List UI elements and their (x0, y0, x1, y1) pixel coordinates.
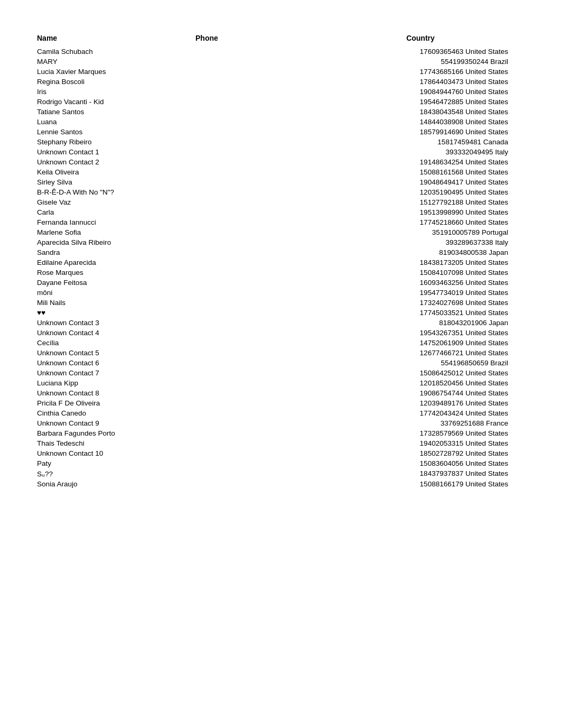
contact-name: Dayane Feitosa (37, 279, 195, 287)
contact-phone (195, 389, 301, 397)
contacts-table: Name Phone Country Camila Schubach176093… (37, 32, 540, 489)
contact-name: Tatiane Santos (37, 108, 195, 116)
contact-name: Mili Nails (37, 299, 195, 307)
table-row: Keila Oliveira15088161568 United States (37, 167, 540, 177)
contact-phone (195, 459, 301, 467)
contact-name: Unknown Contact 6 (37, 359, 195, 367)
contact-phone (195, 238, 301, 246)
contact-phone (195, 98, 301, 106)
contact-phone-country: 17743685166 United States (301, 68, 540, 76)
name-column-header: Name (37, 34, 195, 42)
contact-name: Regina Boscoli (37, 78, 195, 86)
table-row: Unknown Contact 819086754744 United Stat… (37, 388, 540, 398)
contact-phone (195, 228, 301, 236)
table-header: Name Phone Country (37, 32, 540, 47)
contact-name: môni (37, 289, 195, 297)
table-row: Stephany Ribeiro15817459481 Canada (37, 137, 540, 147)
contact-phone-country: 17328579569 United States (301, 429, 540, 437)
contact-phone (195, 419, 301, 427)
contact-name: Lucia Xavier Marques (37, 68, 195, 76)
contact-name: Rose Marques (37, 269, 195, 277)
contact-phone-country: 14752061909 United States (301, 339, 540, 347)
contact-phone-country: 17745033521 United States (301, 309, 540, 317)
table-row: Sandra819034800538 Japan (37, 247, 540, 257)
contact-name: Unknown Contact 9 (37, 419, 195, 427)
contact-phone-country: 17745218660 United States (301, 218, 540, 226)
contact-name: Sonia Araujo (37, 480, 195, 488)
contact-phone (195, 168, 301, 176)
table-row: Thais Tedeschi19402053315 United States (37, 438, 540, 448)
table-row: Unknown Contact 715086425012 United Stat… (37, 368, 540, 378)
contact-phone-country: 351910005789 Portugal (301, 228, 540, 236)
contact-phone (195, 188, 301, 196)
contact-phone-country: 554199350244 Brazil (301, 58, 540, 66)
contact-phone-country: 12677466721 United States (301, 349, 540, 357)
contact-name: Iris (37, 88, 195, 96)
table-row: Fernanda Iannucci17745218660 United Stat… (37, 217, 540, 227)
table-row: Iris19084944760 United States (37, 87, 540, 97)
contact-phone-country: 18438043548 United States (301, 108, 540, 116)
contact-name: Sirley Silva (37, 178, 195, 186)
contact-phone (195, 399, 301, 407)
contact-phone-country: 19086754744 United States (301, 389, 540, 397)
contact-phone (195, 469, 301, 478)
table-row: Unknown Contact 933769251688 France (37, 418, 540, 428)
contact-name: Sᵤ?? (37, 469, 195, 478)
contact-name: Sandra (37, 248, 195, 256)
contact-phone (195, 248, 301, 256)
contact-phone (195, 409, 301, 417)
table-row: Unknown Contact 3818043201906 Japan (37, 318, 540, 328)
table-row: Gisele Vaz15127792188 United States (37, 197, 540, 207)
contact-name: ♥♥ (37, 309, 195, 317)
table-row: B-R-Ê-D-A With No "N"?12035190495 United… (37, 187, 540, 197)
table-row: Rodrigo Vacanti - Kid19546472885 United … (37, 97, 540, 107)
contact-name: Unknown Contact 8 (37, 389, 195, 397)
contact-phone-country: 17742043424 United States (301, 409, 540, 417)
contact-name: Aparecida Silva Ribeiro (37, 238, 195, 246)
contact-phone (195, 48, 301, 56)
table-row: Carla19513998990 United States (37, 207, 540, 217)
contact-phone-country: 17864403473 United States (301, 78, 540, 86)
table-row: Luana14844038908 United States (37, 117, 540, 127)
contact-phone-country: 15088166179 United States (301, 480, 540, 488)
table-row: Lucia Xavier Marques17743685166 United S… (37, 67, 540, 77)
contact-phone (195, 339, 301, 347)
contact-phone-country: 15084107098 United States (301, 269, 540, 277)
table-row: Luciana Kipp12018520456 United States (37, 378, 540, 388)
contact-phone (195, 208, 301, 216)
contact-phone-country: 19543267351 United States (301, 329, 540, 337)
contact-phone (195, 78, 301, 86)
contact-phone (195, 319, 301, 327)
contact-name: Fernanda Iannucci (37, 218, 195, 226)
contact-phone-country: 19546472885 United States (301, 98, 540, 106)
contact-name: B-R-Ê-D-A With No "N"? (37, 188, 195, 196)
table-row: Unknown Contact 1018502728792 United Sta… (37, 448, 540, 458)
contact-name: Thais Tedeschi (37, 439, 195, 447)
table-row: Rose Marques15084107098 United States (37, 268, 540, 278)
contact-phone (195, 259, 301, 266)
table-row: Sᵤ??18437937837 United States (37, 468, 540, 479)
contact-name: Unknown Contact 1 (37, 148, 195, 156)
contact-name: Barbara Fagundes Porto (37, 429, 195, 437)
contact-phone (195, 309, 301, 317)
contact-phone (195, 218, 301, 226)
table-row: Cinthia Canedo17742043424 United States (37, 408, 540, 418)
contact-phone (195, 439, 301, 447)
contact-phone (195, 299, 301, 307)
contact-phone-country: 14844038908 United States (301, 118, 540, 126)
contact-name: Paty (37, 459, 195, 467)
contact-phone (195, 349, 301, 357)
contact-phone-country: 818043201906 Japan (301, 319, 540, 327)
contact-phone (195, 329, 301, 337)
contact-phone (195, 128, 301, 136)
contact-name: Cinthia Canedo (37, 409, 195, 417)
table-row: ♥♥17745033521 United States (37, 308, 540, 318)
contact-phone-country: 33769251688 France (301, 419, 540, 427)
contact-phone-country: 18579914690 United States (301, 128, 540, 136)
contact-phone-country: 19148634254 United States (301, 158, 540, 166)
contact-phone (195, 198, 301, 206)
contact-phone (195, 289, 301, 297)
contact-phone-country: 19547734019 United States (301, 289, 540, 297)
contact-phone-country: 18438173205 United States (301, 259, 540, 266)
contact-name: Unknown Contact 10 (37, 449, 195, 457)
